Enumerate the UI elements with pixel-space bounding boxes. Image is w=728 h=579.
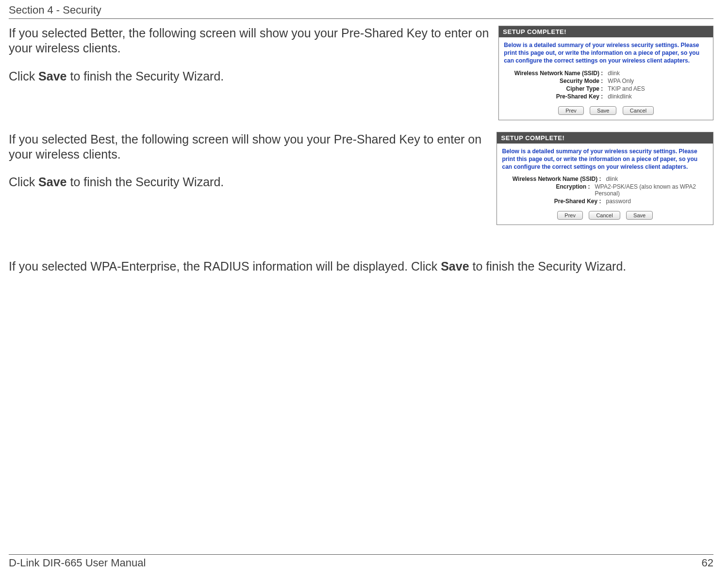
value-cipher: TKIP and AES	[606, 85, 645, 92]
value-security-mode: WPA Only	[606, 78, 634, 84]
prev-button-2[interactable]: Prev	[557, 211, 583, 220]
page-footer: D-Link DIR-665 User Manual 62	[9, 554, 713, 569]
panel-setup-complete-2: SETUP COMPLETE! Below is a detailed summ…	[496, 132, 713, 225]
text-wpa-2: to finish the Security Wizard.	[469, 259, 627, 273]
save-button-2[interactable]: Save	[626, 211, 653, 220]
footer-page-number: 62	[702, 557, 713, 569]
label-psk-2: Pre-Shared Key :	[502, 198, 604, 205]
cancel-button[interactable]: Cancel	[623, 106, 654, 115]
label-ssid-2: Wireless Network Name (SSID) :	[502, 176, 604, 182]
copy-better: If you selected Better, the following sc…	[9, 26, 498, 84]
para-best-1: If you selected Best, the following scre…	[9, 132, 493, 162]
label-security-mode: Security Mode :	[504, 78, 606, 84]
value-ssid: dlink	[606, 70, 620, 77]
panel2-desc: Below is a detailed summary of your wire…	[502, 147, 708, 171]
panel-setup-complete-1: SETUP COMPLETE! Below is a detailed summ…	[498, 26, 713, 120]
text-click-2: Click	[9, 175, 38, 189]
value-psk-2: password	[604, 198, 630, 205]
panel1-buttons: Prev Save Cancel	[504, 106, 708, 115]
row-psk: Pre-Shared Key : dlinkdlink	[504, 93, 708, 100]
footer-left: D-Link DIR-665 User Manual	[9, 557, 146, 569]
panel1-title: SETUP COMPLETE!	[499, 26, 713, 37]
text-click: Click	[9, 69, 38, 83]
row-ssid-2: Wireless Network Name (SSID) : dlink	[502, 176, 708, 182]
row-psk-2: Pre-Shared Key : password	[502, 198, 708, 205]
cancel-button-2[interactable]: Cancel	[589, 211, 620, 220]
block-wpa-enterprise: If you selected WPA-Enterprise, the RADI…	[9, 259, 713, 274]
text-finish-2: to finish the Security Wizard.	[67, 175, 224, 189]
prev-button[interactable]: Prev	[558, 106, 584, 115]
label-psk: Pre-Shared Key :	[504, 93, 606, 100]
block-better: If you selected Better, the following sc…	[9, 26, 713, 120]
section-header: Section 4 - Security	[9, 4, 713, 16]
text-finish: to finish the Security Wizard.	[67, 69, 224, 83]
panel1-desc: Below is a detailed summary of your wire…	[504, 41, 708, 65]
divider-bottom	[9, 554, 713, 555]
para-better-1: If you selected Better, the following sc…	[9, 26, 495, 56]
text-save-bold: Save	[38, 69, 66, 83]
panel2-buttons: Prev Cancel Save	[502, 210, 708, 220]
value-ssid-2: dlink	[604, 176, 618, 182]
row-ssid: Wireless Network Name (SSID) : dlink	[504, 70, 708, 77]
para-better-2: Click Save to finish the Security Wizard…	[9, 69, 495, 84]
text-wpa-1: If you selected WPA-Enterprise, the RADI…	[9, 259, 441, 273]
save-button[interactable]: Save	[590, 106, 616, 115]
para-best-2: Click Save to finish the Security Wizard…	[9, 175, 493, 190]
label-ssid: Wireless Network Name (SSID) :	[504, 70, 606, 77]
row-encryption: Encryption : WPA2-PSK/AES (also known as…	[502, 183, 708, 197]
row-security-mode: Security Mode : WPA Only	[504, 78, 708, 84]
text-save-bold-2: Save	[38, 175, 66, 189]
label-encryption: Encryption :	[502, 183, 593, 197]
divider-top	[9, 18, 713, 19]
text-wpa-save: Save	[441, 259, 469, 273]
label-cipher: Cipher Type :	[504, 85, 606, 92]
panel2-title: SETUP COMPLETE!	[497, 132, 713, 144]
copy-best: If you selected Best, the following scre…	[9, 132, 496, 190]
value-encryption: WPA2-PSK/AES (also known as WPA2 Persona…	[593, 183, 708, 197]
row-cipher: Cipher Type : TKIP and AES	[504, 85, 708, 92]
block-best: If you selected Best, the following scre…	[9, 132, 713, 225]
value-psk: dlinkdlink	[606, 93, 631, 100]
